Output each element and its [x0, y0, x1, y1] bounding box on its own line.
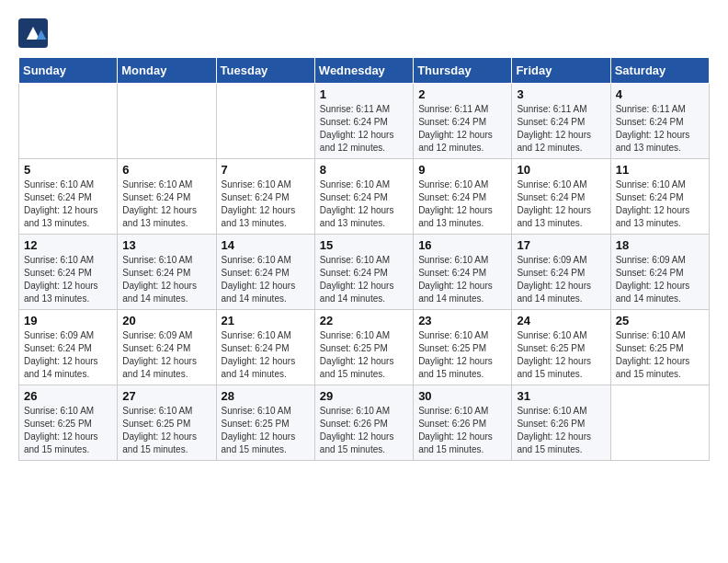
logo-icon	[18, 18, 48, 48]
day-number: 8	[320, 163, 408, 177]
calendar-cell: 5Sunrise: 6:10 AM Sunset: 6:24 PM Daylig…	[19, 159, 118, 235]
header-day-thursday: Thursday	[414, 58, 512, 84]
calendar-cell: 16Sunrise: 6:10 AM Sunset: 6:24 PM Dayli…	[414, 235, 512, 310]
day-info: Sunrise: 6:10 AM Sunset: 6:24 PM Dayligh…	[24, 254, 112, 305]
calendar-body: 1Sunrise: 6:11 AM Sunset: 6:24 PM Daylig…	[19, 84, 710, 461]
day-info: Sunrise: 6:10 AM Sunset: 6:24 PM Dayligh…	[320, 254, 408, 305]
calendar-cell: 15Sunrise: 6:10 AM Sunset: 6:24 PM Dayli…	[314, 235, 413, 310]
day-info: Sunrise: 6:10 AM Sunset: 6:24 PM Dayligh…	[122, 254, 210, 305]
day-number: 16	[418, 238, 506, 252]
calendar-cell: 6Sunrise: 6:10 AM Sunset: 6:24 PM Daylig…	[118, 159, 216, 235]
day-info: Sunrise: 6:10 AM Sunset: 6:25 PM Dayligh…	[122, 405, 210, 456]
calendar-cell: 13Sunrise: 6:10 AM Sunset: 6:24 PM Dayli…	[118, 235, 216, 310]
calendar-table: SundayMondayTuesdayWednesdayThursdayFrid…	[18, 57, 710, 461]
day-info: Sunrise: 6:10 AM Sunset: 6:25 PM Dayligh…	[517, 329, 605, 381]
day-info: Sunrise: 6:10 AM Sunset: 6:26 PM Dayligh…	[320, 405, 408, 456]
day-info: Sunrise: 6:10 AM Sunset: 6:24 PM Dayligh…	[222, 178, 310, 230]
day-number: 27	[122, 389, 210, 403]
day-info: Sunrise: 6:10 AM Sunset: 6:26 PM Dayligh…	[517, 405, 605, 456]
day-info: Sunrise: 6:11 AM Sunset: 6:24 PM Dayligh…	[418, 103, 506, 155]
day-number: 25	[616, 314, 704, 327]
calendar-cell: 1Sunrise: 6:11 AM Sunset: 6:24 PM Daylig…	[314, 84, 413, 159]
day-info: Sunrise: 6:11 AM Sunset: 6:24 PM Dayligh…	[616, 103, 704, 155]
day-number: 29	[320, 389, 408, 403]
header-day-sunday: Sunday	[19, 58, 118, 84]
day-number: 15	[320, 238, 408, 252]
calendar-cell: 31Sunrise: 6:10 AM Sunset: 6:26 PM Dayli…	[512, 385, 610, 461]
calendar-cell: 25Sunrise: 6:10 AM Sunset: 6:25 PM Dayli…	[610, 310, 709, 385]
header-day-monday: Monday	[118, 58, 216, 84]
day-info: Sunrise: 6:10 AM Sunset: 6:25 PM Dayligh…	[222, 405, 310, 456]
day-info: Sunrise: 6:10 AM Sunset: 6:24 PM Dayligh…	[222, 329, 310, 381]
day-info: Sunrise: 6:10 AM Sunset: 6:24 PM Dayligh…	[418, 178, 506, 230]
day-number: 2	[418, 87, 506, 101]
day-number: 26	[24, 389, 112, 403]
calendar-cell	[610, 385, 709, 461]
day-info: Sunrise: 6:10 AM Sunset: 6:25 PM Dayligh…	[320, 329, 408, 381]
calendar-cell	[216, 84, 314, 159]
day-number: 11	[616, 163, 704, 177]
day-info: Sunrise: 6:11 AM Sunset: 6:24 PM Dayligh…	[320, 103, 408, 155]
day-info: Sunrise: 6:10 AM Sunset: 6:25 PM Dayligh…	[616, 329, 704, 381]
calendar-cell: 11Sunrise: 6:10 AM Sunset: 6:24 PM Dayli…	[610, 159, 709, 235]
day-info: Sunrise: 6:10 AM Sunset: 6:24 PM Dayligh…	[418, 254, 506, 305]
day-number: 21	[222, 314, 310, 327]
day-info: Sunrise: 6:10 AM Sunset: 6:24 PM Dayligh…	[122, 178, 210, 230]
day-number: 12	[24, 238, 112, 252]
calendar-cell: 3Sunrise: 6:11 AM Sunset: 6:24 PM Daylig…	[512, 84, 610, 159]
day-info: Sunrise: 6:10 AM Sunset: 6:24 PM Dayligh…	[222, 254, 310, 305]
calendar-cell: 17Sunrise: 6:09 AM Sunset: 6:24 PM Dayli…	[512, 235, 610, 310]
header-day-friday: Friday	[512, 58, 610, 84]
day-number: 23	[418, 314, 506, 327]
day-number: 7	[222, 163, 310, 177]
calendar-cell: 20Sunrise: 6:09 AM Sunset: 6:24 PM Dayli…	[118, 310, 216, 385]
day-number: 6	[122, 163, 210, 177]
day-info: Sunrise: 6:10 AM Sunset: 6:24 PM Dayligh…	[517, 178, 605, 230]
calendar-cell: 10Sunrise: 6:10 AM Sunset: 6:24 PM Dayli…	[512, 159, 610, 235]
day-number: 5	[24, 163, 112, 177]
calendar-cell: 21Sunrise: 6:10 AM Sunset: 6:24 PM Dayli…	[216, 310, 314, 385]
day-number: 19	[24, 314, 112, 327]
day-info: Sunrise: 6:10 AM Sunset: 6:24 PM Dayligh…	[616, 178, 704, 230]
calendar-header: SundayMondayTuesdayWednesdayThursdayFrid…	[19, 58, 710, 84]
week-row-3: 12Sunrise: 6:10 AM Sunset: 6:24 PM Dayli…	[19, 235, 710, 310]
calendar-cell: 30Sunrise: 6:10 AM Sunset: 6:26 PM Dayli…	[414, 385, 512, 461]
calendar-cell: 29Sunrise: 6:10 AM Sunset: 6:26 PM Dayli…	[314, 385, 413, 461]
day-number: 17	[517, 238, 605, 252]
calendar-cell: 26Sunrise: 6:10 AM Sunset: 6:25 PM Dayli…	[19, 385, 118, 461]
day-number: 20	[122, 314, 210, 327]
calendar-cell: 22Sunrise: 6:10 AM Sunset: 6:25 PM Dayli…	[314, 310, 413, 385]
calendar-cell: 4Sunrise: 6:11 AM Sunset: 6:24 PM Daylig…	[610, 84, 709, 159]
calendar-cell: 18Sunrise: 6:09 AM Sunset: 6:24 PM Dayli…	[610, 235, 709, 310]
day-info: Sunrise: 6:09 AM Sunset: 6:24 PM Dayligh…	[122, 329, 210, 381]
day-number: 4	[616, 87, 704, 101]
calendar-cell: 2Sunrise: 6:11 AM Sunset: 6:24 PM Daylig…	[414, 84, 512, 159]
header-day-saturday: Saturday	[610, 58, 709, 84]
day-number: 28	[222, 389, 310, 403]
header-day-tuesday: Tuesday	[216, 58, 314, 84]
day-number: 31	[517, 389, 605, 403]
day-info: Sunrise: 6:09 AM Sunset: 6:24 PM Dayligh…	[616, 254, 704, 305]
calendar-cell: 14Sunrise: 6:10 AM Sunset: 6:24 PM Dayli…	[216, 235, 314, 310]
calendar-cell: 7Sunrise: 6:10 AM Sunset: 6:24 PM Daylig…	[216, 159, 314, 235]
week-row-4: 19Sunrise: 6:09 AM Sunset: 6:24 PM Dayli…	[19, 310, 710, 385]
header-row: SundayMondayTuesdayWednesdayThursdayFrid…	[19, 58, 710, 84]
calendar-cell: 19Sunrise: 6:09 AM Sunset: 6:24 PM Dayli…	[19, 310, 118, 385]
calendar-cell: 8Sunrise: 6:10 AM Sunset: 6:24 PM Daylig…	[314, 159, 413, 235]
week-row-5: 26Sunrise: 6:10 AM Sunset: 6:25 PM Dayli…	[19, 385, 710, 461]
header-day-wednesday: Wednesday	[314, 58, 413, 84]
calendar-cell: 23Sunrise: 6:10 AM Sunset: 6:25 PM Dayli…	[414, 310, 512, 385]
day-number: 24	[517, 314, 605, 327]
day-info: Sunrise: 6:09 AM Sunset: 6:24 PM Dayligh…	[517, 254, 605, 305]
day-number: 13	[122, 238, 210, 252]
calendar-cell	[118, 84, 216, 159]
day-info: Sunrise: 6:10 AM Sunset: 6:26 PM Dayligh…	[418, 405, 506, 456]
calendar-cell: 28Sunrise: 6:10 AM Sunset: 6:25 PM Dayli…	[216, 385, 314, 461]
calendar-cell: 24Sunrise: 6:10 AM Sunset: 6:25 PM Dayli…	[512, 310, 610, 385]
week-row-1: 1Sunrise: 6:11 AM Sunset: 6:24 PM Daylig…	[19, 84, 710, 159]
day-info: Sunrise: 6:10 AM Sunset: 6:25 PM Dayligh…	[24, 405, 112, 456]
calendar-cell: 9Sunrise: 6:10 AM Sunset: 6:24 PM Daylig…	[414, 159, 512, 235]
day-number: 9	[418, 163, 506, 177]
day-number: 3	[517, 87, 605, 101]
day-number: 22	[320, 314, 408, 327]
